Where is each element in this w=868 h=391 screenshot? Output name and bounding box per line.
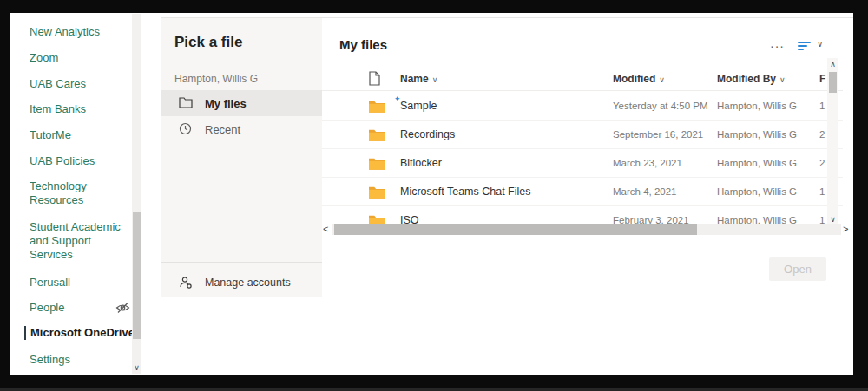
more-options-icon[interactable]: ···	[770, 39, 785, 53]
onedrive-picker-dialog: Pick a file Hampton, Willis G My files	[161, 17, 853, 297]
column-header-size[interactable]: F	[819, 73, 825, 85]
manage-accounts-button[interactable]: Manage accounts	[161, 270, 322, 296]
file-size: 1	[819, 186, 825, 197]
pane-divider	[161, 262, 322, 263]
sidebar-item-new-analytics[interactable]: New Analytics	[30, 25, 135, 39]
sort-chevron-icon: ∨	[659, 75, 665, 84]
column-modified-by-label: Modified By	[717, 73, 776, 85]
column-header-name[interactable]: Name∨	[400, 73, 437, 85]
file-table-header: Name∨ Modified∨ Modified By∨ F	[322, 68, 843, 91]
nav-recent[interactable]: Recent	[161, 116, 322, 142]
sidebar-item-uab-policies[interactable]: UAB Policies	[30, 154, 135, 168]
nav-recent-label: Recent	[205, 123, 240, 136]
sort-view-icon[interactable]	[798, 42, 812, 52]
file-modified-by: Hampton, Willis G	[717, 186, 797, 197]
canvas-page: New Analytics Zoom UAB Cares Item Banks …	[10, 13, 853, 375]
sidebar-scrollbar-thumb[interactable]	[133, 212, 141, 339]
open-button[interactable]: Open	[769, 257, 826, 281]
file-modified-by: Hampton, Willis G	[717, 129, 797, 140]
file-modified-by: Hampton, Willis G	[717, 101, 797, 111]
folder-outline-icon	[179, 96, 193, 110]
sidebar-item-technology-resources[interactable]: Technology Resources	[30, 179, 116, 207]
column-header-modified-by[interactable]: Modified By∨	[717, 73, 786, 85]
sidebar-scrollbar[interactable]: ∨	[132, 14, 141, 374]
nav-my-files[interactable]: My files	[161, 90, 322, 116]
file-modified: March 23, 2021	[613, 158, 682, 168]
file-row-teams-chat-files[interactable]: Microsoft Teams Chat Files March 4, 2021…	[322, 178, 843, 206]
scroll-up-icon[interactable]: ∧	[827, 60, 838, 68]
sidebar-item-student-academic-support[interactable]: Student Academic and Support Services	[30, 220, 135, 262]
sidebar-item-perusall[interactable]: Perusall	[30, 276, 135, 290]
file-name: Recordings	[400, 128, 455, 140]
files-panel: My files ··· ∨ Name∨ Modified∨ Modified …	[322, 18, 853, 297]
file-name: Microsoft Teams Chat Files	[400, 186, 531, 198]
file-size: 2	[819, 129, 825, 140]
file-list-horizontal-scrollbar[interactable]: < >	[322, 223, 853, 236]
file-row-sample[interactable]: ✦ Sample Yesterday at 4:50 PM Hampton, W…	[322, 92, 843, 121]
folder-icon	[369, 100, 385, 113]
sidebar-item-zoom[interactable]: Zoom	[30, 51, 135, 65]
folder-icon	[369, 186, 385, 199]
dialog-title: Pick a file	[174, 34, 242, 51]
account-name: Hampton, Willis G	[174, 73, 258, 85]
nav-my-files-label: My files	[205, 97, 247, 110]
manage-accounts-label: Manage accounts	[205, 277, 291, 289]
sidebar-item-item-banks[interactable]: Item Banks	[30, 102, 135, 116]
scroll-right-icon[interactable]: >	[843, 224, 848, 234]
view-chevron-down-icon[interactable]: ∨	[817, 39, 823, 49]
file-list-vertical-scrollbar[interactable]: ∧ ∨	[827, 58, 838, 225]
horizontal-scrollbar-thumb[interactable]	[334, 224, 697, 235]
sort-chevron-icon: ∨	[432, 75, 438, 84]
sidebar-item-microsoft-onedrive[interactable]: Microsoft OneDrive	[24, 326, 141, 340]
sidebar-item-settings[interactable]: Settings	[30, 353, 135, 367]
vertical-scrollbar-thumb[interactable]	[829, 72, 837, 93]
file-row-bitlocker[interactable]: Bitlocker March 23, 2021 Hampton, Willis…	[322, 149, 843, 178]
screenshot-frame: New Analytics Zoom UAB Cares Item Banks …	[0, 0, 868, 391]
sidebar-item-tutorme[interactable]: TutorMe	[30, 128, 135, 142]
file-list: ✦ Sample Yesterday at 4:50 PM Hampton, W…	[322, 92, 843, 225]
file-modified: March 4, 2021	[613, 186, 677, 197]
column-header-modified[interactable]: Modified∨	[613, 73, 665, 85]
clock-icon	[179, 122, 193, 136]
sidebar-item-uab-cares[interactable]: UAB Cares	[30, 77, 135, 91]
column-name-label: Name	[400, 73, 429, 85]
file-name: Sample	[400, 100, 437, 112]
hidden-eye-slash-icon	[115, 302, 130, 314]
column-size-label: F	[819, 73, 825, 85]
file-name: Bitlocker	[400, 157, 442, 169]
file-size: 2	[819, 158, 825, 168]
files-panel-title: My files	[339, 37, 387, 52]
scroll-down-icon[interactable]: ∨	[132, 364, 141, 372]
file-type-column-icon[interactable]	[369, 71, 380, 86]
scroll-left-icon[interactable]: <	[323, 224, 328, 234]
file-modified: Yesterday at 4:50 PM	[613, 101, 708, 111]
folder-icon	[369, 157, 385, 170]
file-modified-by: Hampton, Willis G	[717, 158, 797, 168]
sort-chevron-icon: ∨	[779, 75, 786, 84]
file-row-recordings[interactable]: Recordings September 16, 2021 Hampton, W…	[322, 121, 843, 149]
picker-left-pane: Pick a file Hampton, Willis G My files	[161, 18, 322, 297]
folder-icon	[369, 128, 385, 141]
person-gear-icon	[179, 276, 193, 290]
file-row-iso[interactable]: ISO February 3, 2021 Hampton, Willis G 1	[322, 206, 843, 225]
column-modified-label: Modified	[613, 73, 655, 85]
file-modified: September 16, 2021	[613, 129, 703, 140]
file-size: 1	[819, 101, 825, 111]
